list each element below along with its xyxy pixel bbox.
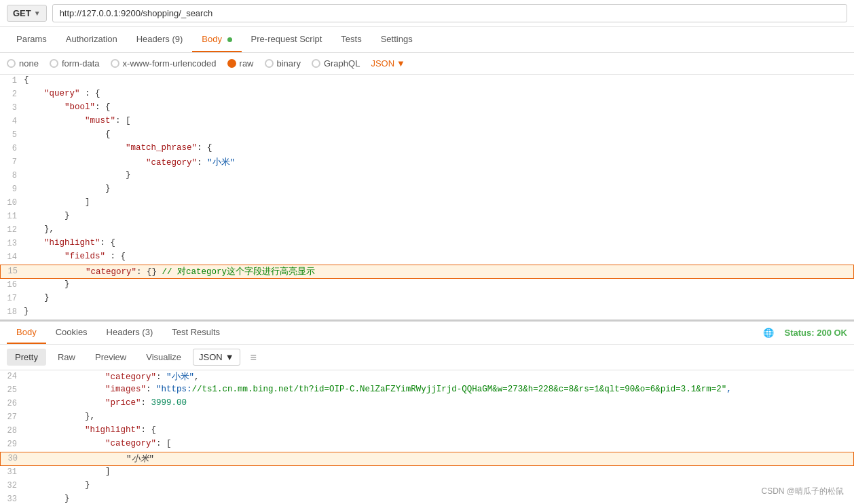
line-number: 7 <box>0 156 24 167</box>
tab-tests[interactable]: Tests <box>331 27 371 52</box>
line-number: 32 <box>0 480 24 490</box>
line-content: "category": {} // 对category这个字段进行高亮显示 <box>24 265 853 278</box>
line-number: 26 <box>0 398 24 408</box>
line-content: "images": "https://ts1.cn.mm.bing.net/th… <box>24 384 854 395</box>
method-dropdown[interactable]: GET ▼ <box>7 5 47 22</box>
body-active-dot <box>227 37 232 42</box>
option-graphql[interactable]: GraphQL <box>312 58 360 69</box>
line-number: 31 <box>0 466 24 477</box>
line-number: 14 <box>0 251 24 262</box>
code-line-10: 10 ] <box>0 197 854 210</box>
response-json-dropdown[interactable]: JSON ▼ <box>193 349 240 366</box>
attribution: CSDN @晴瓜子的松鼠 <box>761 486 844 497</box>
line-content: "price": 3999.00 <box>24 398 854 408</box>
globe-icon: 🌐 <box>763 328 774 338</box>
response-json-chevron-icon: ▼ <box>225 352 234 362</box>
line-content: } <box>24 493 854 504</box>
json-type-dropdown[interactable]: JSON ▼ <box>371 58 405 69</box>
tab-settings[interactable]: Settings <box>371 27 422 52</box>
response-tabs: Body Cookies Headers (3) Test Results <box>7 322 229 344</box>
tab-pre-request[interactable]: Pre-request Script <box>242 27 332 52</box>
code-line-12: 12 }, <box>0 224 854 237</box>
code-line-18: 18} <box>0 306 854 319</box>
line-content: }, <box>24 224 854 235</box>
line-number: 2 <box>0 88 24 99</box>
line-content: } <box>24 306 854 317</box>
code-line-33: 33 } <box>0 493 854 504</box>
code-line-2: 2 "query" : { <box>0 88 854 102</box>
response-header: Body Cookies Headers (3) Test Results 🌐 … <box>0 322 854 345</box>
line-number: 25 <box>0 384 24 395</box>
code-line-32: 32 } <box>0 480 854 493</box>
line-content: ] <box>24 466 854 477</box>
option-x-www-form-urlencoded[interactable]: x-www-form-urlencoded <box>111 58 217 69</box>
line-number: 9 <box>0 183 24 194</box>
line-content: "match_phrase": { <box>24 142 854 153</box>
sub-tab-visualize[interactable]: Visualize <box>138 349 189 366</box>
line-number: 30 <box>1 452 24 463</box>
line-number: 8 <box>0 170 24 180</box>
resp-tab-body[interactable]: Body <box>7 322 46 344</box>
code-line-6: 6 "match_phrase": { <box>0 142 854 156</box>
line-content: { <box>24 75 854 85</box>
request-body-editor[interactable]: 1{2 "query" : {3 "bool": {4 "must": [5 {… <box>0 75 854 322</box>
line-content: "highlight": { <box>24 425 854 435</box>
line-content: } <box>24 292 854 303</box>
code-line-11: 11 } <box>0 210 854 224</box>
option-form-data[interactable]: form-data <box>50 58 100 69</box>
sub-tab-raw[interactable]: Raw <box>50 349 83 366</box>
code-line-7: 7 "category": "小米" <box>0 156 854 170</box>
code-line-24: 24 "category": "小米", <box>0 370 854 384</box>
code-line-26: 26 "price": 3999.00 <box>0 398 854 411</box>
code-line-5: 5 { <box>0 129 854 142</box>
line-number: 24 <box>0 370 24 381</box>
status-display: Status: 200 OK <box>785 328 848 338</box>
line-content: "fields" : { <box>24 251 854 262</box>
radio-none <box>7 59 16 68</box>
json-dropdown-chevron-icon: ▼ <box>396 58 405 69</box>
code-line-4: 4 "must": [ <box>0 115 854 129</box>
tab-authorization[interactable]: Authorization <box>56 27 127 52</box>
tab-headers[interactable]: Headers (9) <box>127 27 193 52</box>
code-line-17: 17 } <box>0 292 854 306</box>
line-content: } <box>24 279 854 290</box>
line-number: 11 <box>0 210 24 221</box>
sub-tab-pretty[interactable]: Pretty <box>7 349 46 366</box>
line-number: 12 <box>0 224 24 235</box>
code-line-29: 29 "category": [ <box>0 438 854 452</box>
option-none[interactable]: none <box>7 58 39 69</box>
line-content: "小米" <box>24 452 853 465</box>
line-number: 17 <box>0 292 24 303</box>
line-number: 29 <box>0 438 24 449</box>
code-line-3: 3 "bool": { <box>0 102 854 115</box>
request-tabs: Params Authorization Headers (9) Body Pr… <box>0 27 854 53</box>
line-number: 6 <box>0 142 24 153</box>
line-content: "query" : { <box>24 88 854 99</box>
line-number: 5 <box>0 129 24 140</box>
url-input[interactable] <box>52 4 847 22</box>
radio-form-data <box>50 59 58 68</box>
line-content: "highlight": { <box>24 237 854 248</box>
tab-body[interactable]: Body <box>192 27 241 52</box>
sub-tab-preview[interactable]: Preview <box>87 349 134 366</box>
body-options-row: none form-data x-www-form-urlencoded raw… <box>0 53 854 75</box>
code-line-16: 16 } <box>0 279 854 292</box>
radio-urlencoded <box>111 59 119 68</box>
resp-tab-test-results[interactable]: Test Results <box>162 322 229 344</box>
radio-raw <box>227 59 236 68</box>
filter-icon[interactable]: ≡ <box>250 351 257 364</box>
tab-params[interactable]: Params <box>7 27 56 52</box>
code-line-25: 25 "images": "https://ts1.cn.mm.bing.net… <box>0 384 854 398</box>
line-number: 4 <box>0 115 24 126</box>
resp-tab-cookies[interactable]: Cookies <box>46 322 97 344</box>
code-line-14: 14 "fields" : { <box>0 251 854 265</box>
option-raw[interactable]: raw <box>227 58 254 69</box>
code-line-9: 9 } <box>0 183 854 197</box>
line-number: 28 <box>0 425 24 435</box>
line-content: } <box>24 170 854 180</box>
resp-tab-headers[interactable]: Headers (3) <box>97 322 163 344</box>
line-number: 27 <box>0 411 24 422</box>
line-content: "bool": { <box>24 102 854 113</box>
radio-graphql <box>312 59 320 68</box>
option-binary[interactable]: binary <box>265 58 301 69</box>
